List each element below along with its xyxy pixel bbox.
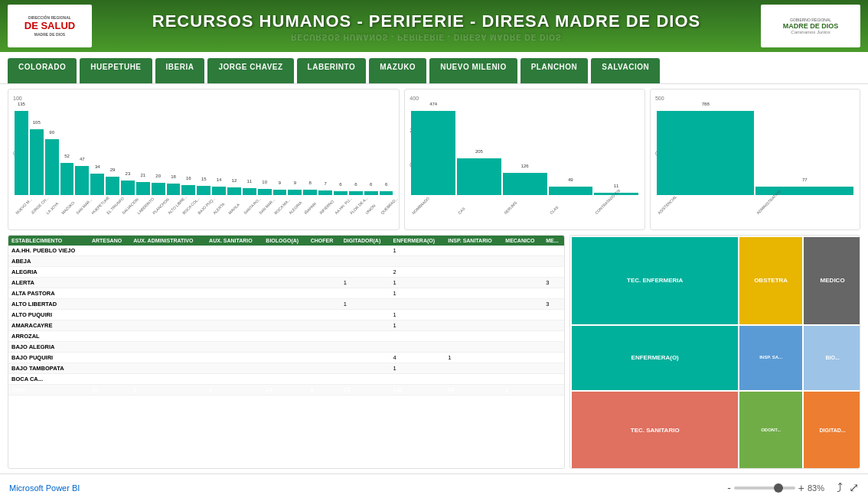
table-cell (130, 353, 206, 363)
table-cell (89, 320, 130, 331)
bar-label: SERUMS (503, 200, 517, 215)
table-cell (263, 342, 307, 353)
bar-value: 11 (246, 179, 252, 184)
table-cell: 1 (390, 278, 445, 288)
total-cell: 1 (502, 385, 543, 395)
table-cell: 3 (543, 278, 564, 288)
bar-item: 49 CLAS (549, 187, 593, 195)
table-cell (89, 267, 130, 278)
table-cell (206, 246, 263, 256)
table-row[interactable]: BOCA CA... (8, 374, 564, 385)
table-cell (543, 267, 564, 278)
tab-nuevo-milenio[interactable]: NUEVO MILENIO (429, 58, 517, 83)
table-cell (445, 246, 502, 256)
table-cell: BAJO ALEGRIA (8, 342, 89, 353)
bar: 12 (227, 187, 241, 195)
table-row[interactable]: BAJO ALEGRIA (8, 342, 564, 353)
zoom-plus[interactable]: + (798, 482, 804, 494)
tab-salvacion[interactable]: SALVACION (591, 58, 660, 83)
table-row[interactable]: ALERTA113 (8, 278, 564, 288)
table-cell (130, 374, 206, 385)
logo-left: DIRECCIÓN REGIONAL DE SALUD MADRE DE DIO… (8, 5, 92, 47)
total-cell: 2 (130, 385, 206, 395)
table-row[interactable]: ALTO LIBERTAD13 (8, 299, 564, 310)
tab-iberia[interactable]: IBERIA (155, 58, 205, 83)
table-cell (206, 310, 263, 320)
table-row[interactable]: BAJO PUQUIRI41 (8, 353, 564, 363)
share-icon[interactable]: ⤴ (837, 481, 843, 495)
table-row[interactable]: AA.HH. PUEBLO VIEJO1 (8, 246, 564, 256)
table-cell: BAJO TAMBOPATA (8, 363, 89, 374)
bar-value: 135 (18, 102, 25, 106)
fullscreen-icon[interactable]: ⤢ (849, 480, 859, 495)
table-cell: 1 (445, 353, 502, 363)
bar-item: 11 CONTRATADO 276 (594, 193, 638, 195)
table-row[interactable]: ARROZAL (8, 331, 564, 342)
bar: 21 (136, 182, 150, 195)
bar-label: CLAS (549, 205, 559, 215)
table-row[interactable]: AMARACAYRE1 (8, 320, 564, 331)
table-cell (308, 374, 341, 385)
table-cell: BAJO PUQUIRI (8, 353, 89, 363)
bar-item: 10 SAN MAR... (258, 189, 272, 195)
table-cell (543, 320, 564, 331)
zoom-minus[interactable]: - (727, 482, 731, 494)
table-cell (445, 299, 502, 310)
table-cell (308, 320, 341, 331)
table-cell (341, 374, 390, 385)
tab-colorado[interactable]: COLORADO (8, 58, 77, 83)
bar-value: 11 (614, 184, 619, 188)
bar: 16 (181, 185, 195, 195)
table-row[interactable]: ALTA PASTORA1 (8, 288, 564, 299)
title-text: RECURSOS HUMANOS - PERIFERIE - DIRESA MA… (152, 11, 700, 31)
bar: 105 (30, 129, 44, 195)
table-cell (341, 288, 390, 299)
bar-label: MAVILA (227, 202, 240, 215)
tab-laberinto[interactable]: LABERINTO (297, 58, 367, 83)
bar-value: 8 (309, 181, 312, 185)
table-cell (89, 310, 130, 320)
tab-huepetuhe[interactable]: HUEPETUHE (80, 58, 152, 83)
table-cell (263, 288, 307, 299)
table-cell (206, 353, 263, 363)
bar: 6 (380, 191, 393, 195)
tab-mazuko[interactable]: MAZUKO (369, 58, 426, 83)
bar-label: ASISTENCIAL (657, 194, 677, 215)
bar-item: 20 PLANCHON (152, 183, 165, 195)
table-row[interactable]: ALTO PUQUIRI1 (8, 310, 564, 320)
bar-item: 7 INFIERNO (318, 190, 332, 195)
bar-item: 126 SERUMS (503, 173, 547, 195)
data-table: ESTABLECIMIENTOARTESANOAUX. ADMINISTRATI… (8, 236, 564, 395)
tm-bio: BIO... (804, 326, 860, 390)
table-row[interactable]: BAJO TAMBOPATA1 (8, 363, 564, 374)
zoom-thumb[interactable] (774, 483, 783, 493)
table-cell (445, 342, 502, 353)
table-cell: 2 (390, 267, 445, 278)
tab-jorge-chavez[interactable]: JORGE CHAVEZ (207, 58, 293, 83)
table-cell (445, 256, 502, 267)
table-cell (206, 374, 263, 385)
bar-label: LA JOYA (45, 201, 59, 215)
table-header-cell: AUX. ADMINISTRATIVO (130, 236, 206, 246)
table-row[interactable]: ABEJA (8, 256, 564, 267)
bar-value: 14 (217, 177, 222, 182)
power-bi-link[interactable]: Microsoft Power BI (9, 483, 80, 493)
table-cell (89, 278, 130, 288)
table-cell (390, 331, 445, 342)
table-row[interactable]: ALEGRIA2 (8, 267, 564, 278)
bar: 6 (364, 191, 378, 195)
bar: 77 (755, 187, 853, 195)
table-cell (263, 246, 307, 256)
tab-planchon[interactable]: PLANCHON (520, 58, 589, 83)
table-cell (263, 363, 307, 374)
bar-item: 14 ALERTA (212, 187, 226, 195)
bar-item: 29 EL TRIUNFO (106, 177, 119, 195)
table-header-cell: ESTABLECIMIENTO (8, 236, 89, 246)
bar-item: 11 SANTA RO... (243, 188, 256, 195)
zoom-slider[interactable] (734, 486, 795, 490)
chart-conditions: 400 200 0 474 NOMBRADO 205 CAS 126 SERUM… (404, 89, 645, 230)
bar: 135 (15, 111, 28, 195)
page-title: RECURSOS HUMANOS - PERIFERIE - DIRESA MA… (92, 11, 761, 41)
table-cell (543, 331, 564, 342)
table-scroll[interactable]: ESTABLECIMIENTOARTESANOAUX. ADMINISTRATI… (8, 236, 564, 468)
